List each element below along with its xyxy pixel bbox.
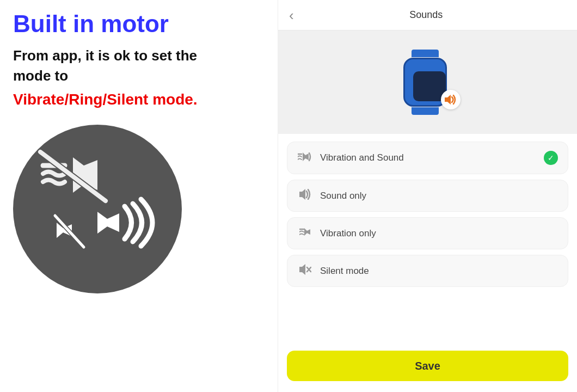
option-silent-mode-label: Silent mode bbox=[320, 266, 558, 277]
option-vibration-only[interactable]: Vibration only bbox=[287, 217, 568, 249]
svg-marker-18 bbox=[307, 229, 310, 235]
option-sound-only[interactable]: Sound only bbox=[287, 180, 568, 212]
sound-badge bbox=[441, 90, 461, 109]
sound-only-icon bbox=[297, 189, 312, 203]
top-bar: ‹ Sounds bbox=[278, 0, 577, 30]
motor-icon-circle bbox=[13, 125, 182, 293]
left-panel: Built in motor From app, it is ok to set… bbox=[0, 0, 278, 392]
option-vibration-only-label: Vibration only bbox=[320, 228, 558, 239]
option-vibration-sound-label: Vibration and Sound bbox=[320, 152, 544, 163]
watch-preview bbox=[278, 30, 577, 134]
vibration-only-icon bbox=[297, 226, 312, 240]
svg-marker-13 bbox=[303, 152, 305, 161]
svg-marker-15 bbox=[299, 189, 305, 200]
svg-marker-5 bbox=[97, 212, 107, 234]
svg-marker-11 bbox=[445, 95, 451, 105]
option-sound-only-label: Sound only bbox=[320, 191, 558, 201]
vibration-sound-icon bbox=[297, 151, 312, 165]
svg-marker-14 bbox=[305, 154, 309, 160]
silent-mode-icon bbox=[297, 264, 312, 278]
svg-marker-19 bbox=[299, 264, 305, 275]
watch-illustration bbox=[401, 55, 455, 109]
speaker-icon bbox=[445, 95, 457, 105]
description: From app, it is ok to set the mode to bbox=[13, 46, 197, 85]
right-panel: ‹ Sounds bbox=[278, 0, 577, 392]
watch-band-bottom bbox=[412, 107, 439, 115]
highlight-text: Vibrate/Ring/Silent mode. bbox=[13, 91, 198, 108]
options-list: Vibration and Sound ✓ Sound only bbox=[278, 134, 577, 351]
option-vibration-sound[interactable]: Vibration and Sound ✓ bbox=[287, 142, 568, 174]
watch-screen bbox=[413, 71, 446, 101]
selected-check-icon: ✓ bbox=[544, 151, 558, 165]
svg-marker-6 bbox=[107, 213, 119, 232]
back-button[interactable]: ‹ bbox=[289, 6, 299, 24]
description-text2: mode to bbox=[13, 68, 68, 84]
save-button[interactable]: Save bbox=[287, 351, 568, 381]
description-text1: From app, it is ok to set the bbox=[13, 47, 197, 64]
motor-illustration bbox=[27, 138, 168, 280]
panel-title: Sounds bbox=[299, 9, 553, 21]
page-title: Built in motor bbox=[13, 11, 169, 37]
svg-marker-17 bbox=[304, 228, 307, 236]
watch-band-top bbox=[412, 50, 439, 57]
watch-body bbox=[403, 58, 447, 107]
option-silent-mode[interactable]: Silent mode bbox=[287, 255, 568, 287]
